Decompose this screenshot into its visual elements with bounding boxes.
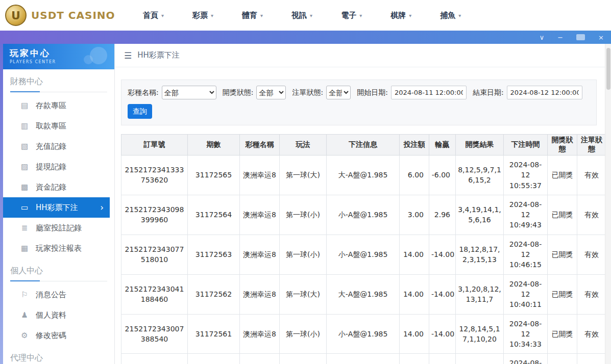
lottery-bet-icon: ▭ <box>20 203 29 212</box>
scrollbar-thumb[interactable] <box>606 48 610 90</box>
column-header-lottery-name: 彩種名稱 <box>240 135 280 155</box>
maximize-button[interactable] <box>576 34 585 40</box>
sidebar-item-announcements[interactable]: ⚐消息公告 <box>3 284 114 305</box>
column-header-draw-result: 開獎結果 <box>456 135 504 155</box>
sidebar-item-hall-bet-record[interactable]: ≣廳室投註記錄 <box>3 218 114 238</box>
cell-order: 2152172343098399960 <box>121 195 188 235</box>
draw-status-select[interactable]: 全部 <box>256 86 286 99</box>
cell-period: 31172564 <box>188 195 240 235</box>
cell-win-loss: -14.00 <box>429 314 456 354</box>
window-titlebar: ∨−× <box>0 31 611 44</box>
scrollbar[interactable] <box>605 44 611 364</box>
withdrawal-record-icon: ▨ <box>20 162 29 171</box>
player-bet-report-icon: ▦ <box>20 244 29 253</box>
draw-status-select-label: 開獎狀態: <box>223 88 254 97</box>
main-nav: 首頁▾彩票▾體育▾視訊▾電子▾棋牌▾捕魚▾ <box>143 11 461 20</box>
cell-play-type: 第一球(小) <box>280 195 327 235</box>
topnav-item-7[interactable]: 捕魚▾ <box>440 11 461 20</box>
gear-icon: ⚙ <box>20 331 29 340</box>
cell-lottery-name: 澳洲幸运8 <box>240 155 280 195</box>
cell-order: 2152172343041188460 <box>121 274 188 314</box>
cell-draw-status: 已開獎 <box>548 274 577 314</box>
sidebar-item-hh-lottery-bet[interactable]: ▭HH彩票下注› <box>3 197 110 218</box>
cell-play-type: 第一球(大) <box>280 274 327 314</box>
topnav-item-label: 體育 <box>242 11 257 20</box>
sidebar-item-recharge-record[interactable]: ▧充值記錄 <box>3 136 114 157</box>
cell-bet-amount: 6.00 <box>400 155 429 195</box>
chevron-down-icon: ▾ <box>458 13 461 18</box>
sidebar-item-change-password[interactable]: ⚙修改密碼 <box>3 325 114 346</box>
sidebar-item-label: 廳室投註記錄 <box>36 223 82 233</box>
cell-play-type: 第一球(小) <box>280 314 327 354</box>
topnav-item-2[interactable]: 彩票▾ <box>192 11 213 20</box>
topnav-item-6[interactable]: 棋牌▾ <box>390 11 411 20</box>
collapse-button[interactable]: ∨ <box>540 34 545 41</box>
sidebar-item-deposit[interactable]: ▤存款專區 <box>3 95 114 116</box>
sidebar-section-title: 個人中心 <box>10 266 107 281</box>
chevron-down-icon: ▾ <box>409 13 411 18</box>
usdt-casino-logo-icon: U <box>5 5 27 26</box>
cell-order: 2152172343007388540 <box>121 314 188 354</box>
chevron-down-icon: ▾ <box>211 13 213 18</box>
maximize-icon <box>576 34 585 40</box>
bets-table-wrap: 訂單號期數彩種名稱玩法下注信息投注額輸贏開獎結果下注時間開獎狀態注單狀態2152… <box>121 134 597 364</box>
column-header-order: 訂單號 <box>121 135 188 155</box>
cell-draw-result: 8,12,5,9,7,16,15,2 <box>456 155 504 195</box>
cell-bet-info: 大-A盤@1.985 <box>327 274 400 314</box>
start-date-input[interactable] <box>391 86 467 99</box>
recharge-record-icon: ▧ <box>20 142 29 151</box>
column-header-play-type: 玩法 <box>280 135 327 155</box>
topnav-item-label: 彩票 <box>192 11 208 20</box>
app-window: ∨−× 玩家中心 PLAYERS CENTER 財務中心▤存款專區▥取款專區▧充… <box>0 31 611 364</box>
table-row: 215217234292258631031172558澳洲幸运8第一球(小)小-… <box>121 354 606 364</box>
sidebar-item-label: 存款專區 <box>36 101 66 111</box>
sidebar-item-withdraw[interactable]: ▥取款專區 <box>3 116 114 136</box>
cell-draw-result: 18,12,8,17,2,3,15,13 <box>456 235 504 274</box>
close-button[interactable]: × <box>598 34 604 41</box>
cell-draw-result: 3,4,19,14,1,5,6,16 <box>456 195 504 235</box>
cell-bet-amount: 14.00 <box>400 354 429 364</box>
start-date-input-label: 開始日期: <box>357 88 388 97</box>
topnav-item-1[interactable]: 首頁▾ <box>143 11 164 20</box>
cell-draw-result: 12,8,14,5,17,1,10,20 <box>456 314 504 354</box>
cell-order-status: 有效 <box>577 235 606 274</box>
topnav-item-3[interactable]: 體育▾ <box>242 11 263 20</box>
lottery-select[interactable]: 全部 <box>162 86 216 99</box>
cell-draw-status: 已開獎 <box>548 314 577 354</box>
chevron-down-icon: ▾ <box>310 13 312 18</box>
hall-bet-record-icon: ≣ <box>20 223 29 232</box>
cell-win-loss: 13.79 <box>429 354 456 364</box>
topnav-item-label: 棋牌 <box>390 11 406 20</box>
filter-panel: 彩種名稱:全部開獎狀態:全部注單狀態:全部開始日期:結束日期: 查詢 <box>121 80 597 125</box>
cell-win-loss: 2.96 <box>429 195 456 235</box>
sidebar-item-label: 修改密碼 <box>36 331 66 341</box>
search-button[interactable]: 查詢 <box>128 104 152 119</box>
sidebar-sections: 財務中心▤存款專區▥取款專區▧充值記錄▨提現記錄▩資金記錄▭HH彩票下注›≣廳室… <box>3 76 114 364</box>
table-header-row: 訂單號期數彩種名稱玩法下注信息投注額輸贏開獎結果下注時間開獎狀態注單狀態 <box>121 135 606 155</box>
sidebar-item-player-bet-report[interactable]: ▦玩家投注報表 <box>3 238 114 258</box>
cell-order-status: 有效 <box>577 274 606 314</box>
sidebar-item-label: 個人資料 <box>36 310 66 320</box>
chevron-down-icon: ▾ <box>161 13 164 18</box>
cell-lottery-name: 澳洲幸运8 <box>240 195 280 235</box>
minimize-button[interactable]: − <box>557 34 563 41</box>
end-date-input[interactable] <box>507 86 582 99</box>
cell-win-loss: -6.00 <box>429 155 456 195</box>
logo[interactable]: U USDT CASINO <box>0 5 134 26</box>
players-center-header: 玩家中心 PLAYERS CENTER <box>3 44 114 69</box>
sidebar-item-label: 提現記錄 <box>36 162 66 172</box>
bets-table: 訂單號期數彩種名稱玩法下注信息投注額輸贏開獎結果下注時間開獎狀態注單狀態2152… <box>121 134 606 364</box>
sidebar-item-label: 充值記錄 <box>36 142 66 151</box>
sidebar-item-funds-record[interactable]: ▩資金記錄 <box>3 177 114 197</box>
topnav-item-5[interactable]: 電子▾ <box>341 11 362 20</box>
order-status-select[interactable]: 全部 <box>326 86 351 99</box>
column-header-bet-time: 下注時間 <box>504 135 548 155</box>
breadcrumb: ☰ HH彩票下注 <box>115 44 611 67</box>
cell-order-status: 有效 <box>577 155 606 195</box>
end-date-input-label: 結束日期: <box>473 88 504 97</box>
sidebar-item-profile[interactable]: ♟個人資料 <box>3 305 114 325</box>
sidebar-item-withdrawal-record[interactable]: ▨提現記錄 <box>3 157 114 177</box>
withdraw-icon: ▥ <box>20 121 29 131</box>
menu-icon[interactable]: ☰ <box>124 50 132 61</box>
topnav-item-4[interactable]: 視訊▾ <box>291 11 312 20</box>
